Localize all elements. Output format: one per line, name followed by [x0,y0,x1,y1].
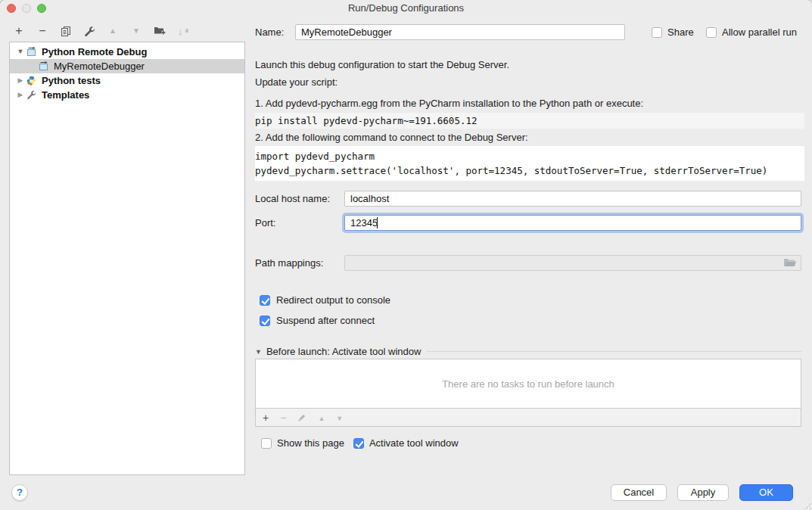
python-icon [26,76,38,86]
instructions-step-1: 1. Add pydevd-pycharm.egg from the PyCha… [255,98,801,110]
separator-line [427,351,801,352]
activate-tool-window-checkbox[interactable]: Activate tool window [353,437,459,449]
edit-task-button [297,413,306,422]
edit-templates-button[interactable] [82,24,96,38]
instructions-step-2: 2. Add the following command to connect … [255,132,801,144]
checkbox-icon[interactable] [706,27,717,38]
remove-task-button: − [280,410,286,425]
tree-item-label: Templates [42,88,89,102]
run-config-icon [26,47,38,57]
settrace-code-block: import pydevd_pycharm pydevd_pycharm.set… [255,146,804,181]
allow-parallel-run-checkbox[interactable]: Allow parallel run [706,26,797,38]
code-line-settrace: pydevd_pycharm.settrace('localhost', por… [255,163,804,178]
ok-button[interactable]: OK [739,484,793,501]
resize-grip[interactable] [802,500,811,509]
tree-item-label: Python Remote Debug [42,45,147,59]
tree-item-myremotedebugger[interactable]: MyRemoteDebugger [10,59,244,73]
tree-item-templates[interactable]: ▶ Templates [10,88,244,102]
move-task-down-button: ▼ [336,409,343,426]
cancel-button[interactable]: Cancel [611,484,667,501]
local-host-name-label: Local host name: [255,193,330,204]
tree-item-label: Python tests [42,73,101,88]
show-this-page-checkbox[interactable]: Show this page [261,437,344,449]
before-launch-toolbar: + − ▲ ▼ [255,409,801,427]
path-mappings-input[interactable] [344,255,801,271]
show-this-page-label: Show this page [277,437,344,449]
instructions-line-1: Launch this debug configuration to start… [255,59,801,71]
before-launch-title: Before launch: Activate tool window [266,346,422,357]
expand-arrow-icon[interactable]: ▼ [16,45,25,59]
expand-arrow-icon[interactable]: ▶ [16,73,25,88]
copy-configuration-button[interactable] [59,24,73,38]
name-label: Name: [255,26,284,38]
pencil-icon [297,413,306,422]
checkbox-icon[interactable] [260,295,270,306]
allow-parallel-run-label: Allow parallel run [722,26,797,38]
before-launch-header[interactable]: ▼ Before launch: Activate tool window [255,346,801,357]
checkbox-icon[interactable] [353,438,364,449]
sort-az-icon: ↓ a z [178,25,188,37]
share-label: Share [667,26,694,38]
tree-item-python-tests[interactable]: ▶ Python tests [10,73,244,88]
checkbox-icon[interactable] [652,27,662,38]
local-host-name-input[interactable] [344,191,801,207]
move-up-button: ▲ [106,24,120,38]
remove-configuration-button[interactable]: − [36,24,49,38]
add-task-button[interactable]: + [263,410,269,425]
instructions-line-2: Update your script: [255,76,801,89]
configurations-toolbar: + − ▲ ▼ ↓ a z [12,23,190,39]
redirect-output-checkbox[interactable]: Redirect output to console [260,294,801,306]
empty-tasks-message: There are no tasks to run before launch [442,378,614,390]
move-task-up-button: ▲ [318,409,325,426]
expand-arrow-icon[interactable]: ▶ [16,88,25,102]
collapse-arrow-icon[interactable]: ▼ [255,348,262,356]
folder-add-icon [154,26,166,36]
redirect-output-label: Redirect output to console [276,294,390,306]
suspend-after-connect-checkbox[interactable]: Suspend after connect [260,315,801,326]
code-line-import: import pydevd_pycharm [255,149,804,163]
move-down-button: ▼ [129,24,143,38]
folder-icon [783,258,797,268]
name-input[interactable] [295,24,625,40]
tree-item-python-remote-debug[interactable]: ▼ Python Remote Debug [10,45,244,59]
run-debug-configurations-dialog: Run/Debug Configurations + − ▲ ▼ [0,0,812,510]
configuration-editor: Name: Share Allow parallel run Launch th… [255,17,801,510]
apply-button[interactable]: Apply [677,484,729,501]
wrench-icon [84,26,95,37]
add-configuration-button[interactable]: + [12,24,26,38]
port-label: Port: [255,217,275,229]
window-title: Run/Debug Configurations [0,0,812,17]
activate-tool-window-label: Activate tool window [369,437,459,449]
suspend-after-connect-label: Suspend after connect [276,315,375,326]
before-launch-task-list[interactable]: There are no tasks to run before launch [255,359,801,409]
copy-icon [61,26,71,36]
text-caret [377,217,378,229]
help-button[interactable]: ? [11,484,28,501]
checkbox-icon[interactable] [260,316,270,326]
new-folder-button[interactable] [153,24,166,38]
sort-configurations-button: ↓ a z [176,24,190,38]
tree-item-label: MyRemoteDebugger [54,59,145,73]
pip-install-command: pip install pydevd-pycharm~=191.6605.12 [255,113,804,129]
port-input[interactable] [344,215,801,231]
titlebar: Run/Debug Configurations [0,0,812,17]
share-checkbox[interactable]: Share [652,26,694,38]
browse-path-mappings-button[interactable] [783,258,797,268]
run-config-icon [39,61,50,71]
configurations-tree: ▼ Python Remote Debug MyRemoteDebugger [9,42,245,475]
checkbox-icon[interactable] [261,438,272,449]
path-mappings-label: Path mappings: [255,257,323,269]
wrench-icon [26,90,38,100]
